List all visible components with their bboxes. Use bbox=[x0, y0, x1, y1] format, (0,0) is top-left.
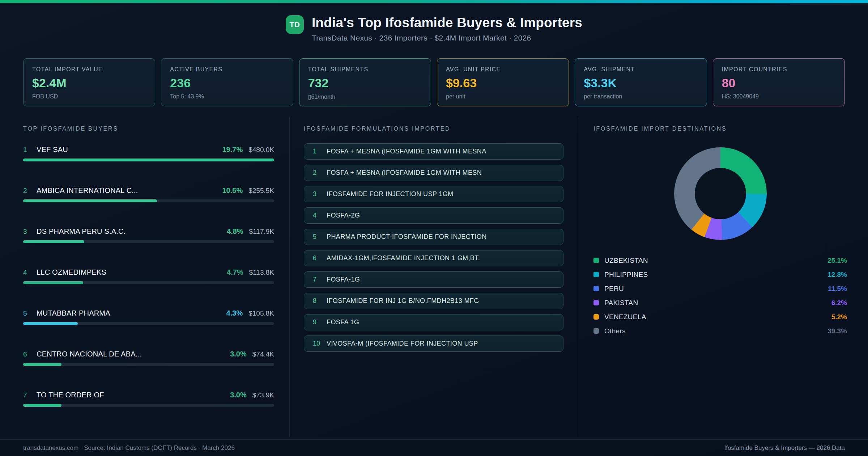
footer-report-label: Ifosfamide Buyers & Importers — 2026 Dat… bbox=[724, 444, 845, 452]
legend-percent: 6.2% bbox=[831, 299, 847, 307]
kpi-value: $9.63 bbox=[446, 76, 560, 90]
formulation-name: VIVOSFA-M (IFOSFAMIDE FOR INJECTION USP bbox=[327, 340, 478, 347]
legend-row-philippines[interactable]: PHILIPPINES 12.8% bbox=[593, 267, 847, 282]
formulation-item[interactable]: 1 FOSFA + MESNA (IFOSFAMIDE 1GM WITH MES… bbox=[304, 143, 563, 160]
buyer-share-percent: 10.5% bbox=[222, 186, 243, 195]
buyer-share-percent: 3.0% bbox=[230, 391, 247, 399]
formulation-number: 5 bbox=[313, 233, 327, 241]
legend-percent: 5.2% bbox=[831, 313, 847, 321]
buyer-import-value: $255.5K bbox=[248, 187, 274, 195]
formulation-name: AMIDAX-1GM,IFOSFAMIDE INJECTION 1 GM,BT. bbox=[327, 254, 480, 262]
buyer-bar-track bbox=[23, 322, 274, 325]
buyer-share-percent: 4.3% bbox=[226, 309, 243, 317]
kpi-label: AVG. UNIT PRICE bbox=[446, 66, 560, 73]
buyer-row[interactable]: 5 MUTABBAR PHARMA 4.3% $105.8K bbox=[23, 309, 274, 325]
legend-row-peru[interactable]: PERU 11.5% bbox=[593, 282, 847, 296]
top-buyers-section-title: TOP IFOSFAMIDE BUYERS bbox=[23, 126, 274, 132]
formulation-number: 8 bbox=[313, 297, 327, 305]
kpi-value: 732 bbox=[308, 76, 422, 90]
kpi-label: IMPORT COUNTRIES bbox=[722, 66, 836, 73]
buyer-bar-fill bbox=[23, 404, 61, 407]
buyer-name: MUTABBAR PHARMA bbox=[37, 309, 110, 317]
formulation-name: FOSFA-1G bbox=[327, 276, 360, 283]
kpi-subtext: per unit bbox=[446, 93, 560, 100]
formulation-item[interactable]: 9 FOSFA 1G bbox=[304, 314, 563, 330]
buyer-share-percent: 4.8% bbox=[227, 227, 243, 236]
legend-percent: 39.3% bbox=[827, 327, 847, 335]
buyer-share-percent: 3.0% bbox=[230, 350, 247, 358]
buyer-rank: 6 bbox=[23, 350, 37, 358]
transdata-logo-badge: TD bbox=[286, 15, 304, 34]
kpi-subtext: per transaction bbox=[584, 93, 698, 100]
buyer-import-value: $480.0K bbox=[248, 146, 274, 154]
formulation-item[interactable]: 10 VIVOSFA-M (IFOSFAMIDE FOR INJECTION U… bbox=[304, 335, 563, 352]
kpi-subtext: Top 5: 43.9% bbox=[170, 93, 284, 100]
buyer-bar-fill bbox=[23, 240, 84, 243]
legend-country-label: VENEZUELA bbox=[604, 313, 646, 321]
buyer-bar-fill bbox=[23, 363, 61, 366]
buyer-bar-fill bbox=[23, 199, 157, 202]
legend-row-uzbekistan[interactable]: UZBEKISTAN 25.1% bbox=[593, 253, 847, 267]
formulation-name: PHARMA PRODUCT-IFOSFAMIDE FOR INJECTION bbox=[327, 233, 487, 241]
buyer-row[interactable]: 3 DS PHARMA PERU S.A.C. 4.8% $117.9K bbox=[23, 227, 274, 243]
legend-row-pakistan[interactable]: PAKISTAN 6.2% bbox=[593, 296, 847, 310]
legend-swatch bbox=[593, 300, 599, 305]
kpi-card-total-import-value: TOTAL IMPORT VALUE $2.4M FOB USD bbox=[23, 58, 155, 106]
top-buyers-panel: TOP IFOSFAMIDE BUYERS 1 VEF SAU 19.7% $4… bbox=[0, 117, 289, 437]
page-header: TD India's Top Ifosfamide Buyers & Impor… bbox=[0, 3, 868, 42]
legend-country-label: PHILIPPINES bbox=[604, 271, 648, 279]
buyer-row[interactable]: 6 CENTRO NACIONAL DE ABA... 3.0% $74.4K bbox=[23, 350, 274, 366]
buyer-name: VEF SAU bbox=[37, 145, 68, 154]
formulation-item[interactable]: 7 FOSFA-1G bbox=[304, 271, 563, 288]
kpi-card-avg-unit-price: AVG. UNIT PRICE $9.63 per unit bbox=[437, 58, 569, 106]
formulation-name: FOSFA + MESNA (IFOSFAMIDE 1GM WITH MESNA bbox=[327, 148, 486, 155]
buyer-bar-fill bbox=[23, 322, 78, 325]
buyer-bar-track bbox=[23, 281, 274, 284]
formulations-section-title: IFOSFAMIDE FORMULATIONS IMPORTED bbox=[304, 126, 563, 132]
footer: transdatanexus.com · Source: Indian Cust… bbox=[0, 439, 868, 456]
kpi-label: ACTIVE BUYERS bbox=[170, 66, 284, 73]
legend-country-label: PERU bbox=[604, 285, 624, 293]
buyer-row[interactable]: 2 AMBICA INTERNATIONAL C... 10.5% $255.5… bbox=[23, 186, 274, 202]
import-destinations-panel: IFOSFAMIDE IMPORT DESTINATIONS UZBEKISTA… bbox=[578, 117, 868, 437]
formulation-number: 4 bbox=[313, 212, 327, 219]
legend-row-others[interactable]: Others 39.3% bbox=[593, 324, 847, 338]
legend-percent: 12.8% bbox=[827, 271, 847, 279]
formulation-item[interactable]: 5 PHARMA PRODUCT-IFOSFAMIDE FOR INJECTIO… bbox=[304, 229, 563, 245]
formulation-name: IFOSFAMIDE FOR INJECTION USP 1GM bbox=[327, 190, 454, 198]
formulation-item[interactable]: 3 IFOSFAMIDE FOR INJECTION USP 1GM bbox=[304, 186, 563, 202]
buyer-import-value: $113.8K bbox=[249, 269, 274, 276]
buyer-bar-track bbox=[23, 240, 274, 243]
buyer-rank: 7 bbox=[23, 391, 37, 399]
buyer-share-percent: 19.7% bbox=[222, 145, 243, 154]
buyer-rank: 1 bbox=[23, 146, 37, 154]
legend-swatch bbox=[593, 314, 599, 320]
legend-country-label: Others bbox=[604, 327, 626, 335]
footer-source-text[interactable]: transdatanexus.com · Source: Indian Cust… bbox=[23, 444, 235, 452]
buyer-name: AMBICA INTERNATIONAL C... bbox=[37, 186, 138, 195]
formulation-item[interactable]: 4 FOSFA-2G bbox=[304, 207, 563, 224]
buyer-row[interactable]: 7 TO THE ORDER OF 3.0% $73.9K bbox=[23, 391, 274, 407]
donut-legend: UZBEKISTAN 25.1% PHILIPPINES 12.8% PERU … bbox=[593, 253, 847, 338]
formulation-number: 1 bbox=[313, 148, 327, 155]
buyer-rank: 2 bbox=[23, 187, 37, 195]
destinations-section-title: IFOSFAMIDE IMPORT DESTINATIONS bbox=[593, 126, 847, 132]
kpi-card-import-countries: IMPORT COUNTRIES 80 HS: 30049049 bbox=[713, 58, 845, 106]
buyer-import-value: $117.9K bbox=[249, 228, 274, 236]
buyer-row[interactable]: 4 LLC OZMEDIMPEKS 4.7% $113.8K bbox=[23, 268, 274, 284]
import-destinations-donut-chart bbox=[674, 147, 767, 240]
formulation-item[interactable]: 2 FOSFA + MESNA (IFOSFAMIDE 1GM WITH MES… bbox=[304, 165, 563, 181]
formulation-item[interactable]: 6 AMIDAX-1GM,IFOSFAMIDE INJECTION 1 GM,B… bbox=[304, 250, 563, 266]
page-title: India's Top Ifosfamide Buyers & Importer… bbox=[312, 15, 582, 30]
legend-row-venezuela[interactable]: VENEZUELA 5.2% bbox=[593, 310, 847, 324]
kpi-value: 236 bbox=[170, 76, 284, 90]
formulation-item[interactable]: 8 IFOSFAMIDE FOR INJ 1G B/NO.FMDH2B13 MF… bbox=[304, 293, 563, 309]
formulation-number: 2 bbox=[313, 169, 327, 177]
donut-hole bbox=[695, 168, 746, 219]
legend-country-label: UZBEKISTAN bbox=[604, 257, 648, 265]
formulation-name: IFOSFAMIDE FOR INJ 1G B/NO.FMDH2B13 MFG bbox=[327, 297, 479, 305]
legend-swatch bbox=[593, 286, 599, 291]
buyer-row[interactable]: 1 VEF SAU 19.7% $480.0K bbox=[23, 145, 274, 161]
buyer-bar-track bbox=[23, 199, 274, 202]
formulation-name: FOSFA-2G bbox=[327, 212, 360, 219]
